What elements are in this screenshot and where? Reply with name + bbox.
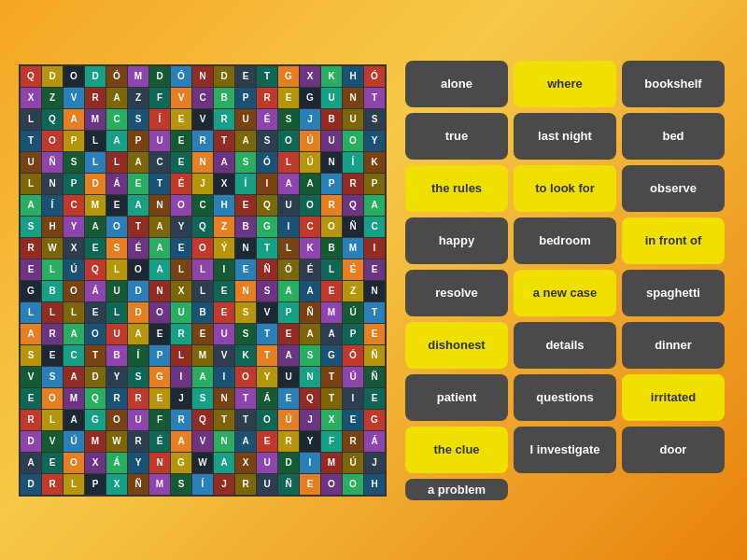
ws-cell: Ñ	[343, 217, 363, 237]
ws-cell: L	[278, 152, 299, 173]
ws-cell: A	[21, 195, 41, 216]
ws-cell: A	[63, 324, 84, 344]
ws-cell: T	[149, 174, 170, 194]
ws-cell: I	[300, 453, 320, 473]
ws-cell: G	[21, 281, 41, 301]
ws-cell: Ó	[343, 345, 363, 366]
ws-cell: G	[300, 88, 320, 108]
ws-cell: X	[85, 453, 106, 473]
ws-cell: G	[257, 217, 277, 237]
ws-cell: S	[171, 474, 191, 495]
wordsearch-grid: QDODÓMDÓNDETGXKHÓXZVRAZFVCBPREGUNTLQAMCS…	[19, 64, 387, 497]
word-btn-where[interactable]: where	[514, 61, 616, 107]
ws-cell: G	[321, 345, 342, 366]
ws-cell: E	[85, 238, 106, 259]
ws-cell: G	[364, 410, 385, 430]
word-btn-alone[interactable]: alone	[405, 61, 508, 107]
word-btn-true[interactable]: true	[405, 113, 508, 160]
ws-cell: O	[85, 324, 106, 344]
ws-cell: A	[149, 217, 170, 237]
ws-cell: U	[321, 131, 342, 151]
ws-cell: N	[42, 174, 63, 194]
ws-cell: E	[171, 238, 191, 259]
ws-cell: E	[171, 152, 191, 173]
ws-cell: T	[214, 410, 234, 430]
ws-cell: Ú	[343, 453, 363, 473]
ws-cell: S	[235, 302, 256, 323]
ws-cell: L	[85, 131, 106, 151]
ws-cell: S	[300, 345, 320, 366]
ws-cell: L	[192, 281, 213, 301]
ws-cell: D	[214, 66, 234, 87]
word-btn-a-new-case[interactable]: a new case	[514, 270, 616, 316]
ws-cell: A	[300, 281, 320, 301]
word-btn-irritated[interactable]: irritated	[622, 374, 725, 421]
ws-cell: X	[214, 174, 234, 194]
ws-cell: Q	[85, 259, 106, 280]
ws-cell: O	[106, 410, 127, 430]
ws-cell: T	[364, 302, 385, 323]
ws-cell: X	[321, 410, 342, 430]
word-btn-bedroom[interactable]: bedroom	[514, 217, 616, 264]
ws-cell: U	[257, 474, 277, 495]
ws-cell: E	[42, 453, 63, 473]
word-btn-last-night[interactable]: last night	[514, 113, 616, 160]
ws-cell: O	[149, 302, 170, 323]
ws-cell: O	[343, 131, 363, 151]
ws-cell: Q	[85, 388, 106, 409]
word-btn-spaghetti[interactable]: spaghetti	[622, 270, 725, 316]
word-btn-resolve[interactable]: resolve	[405, 270, 508, 316]
ws-cell: D	[42, 66, 63, 87]
ws-cell: Y	[300, 431, 320, 452]
word-btn-details[interactable]: details	[514, 322, 616, 369]
ws-cell: C	[106, 109, 127, 130]
ws-cell: Ñ	[128, 474, 148, 495]
ws-cell: E	[235, 195, 256, 216]
ws-cell: Ó	[364, 66, 385, 87]
ws-cell: Y	[364, 131, 385, 151]
ws-cell: V	[171, 88, 191, 108]
ws-cell: Á	[85, 281, 106, 301]
word-btn-a-problem[interactable]: a problem	[405, 479, 508, 500]
word-btn-observe[interactable]: observe	[622, 165, 725, 212]
word-btn-to-look-for[interactable]: to look for	[514, 165, 616, 212]
ws-cell: P	[149, 345, 170, 366]
ws-cell: Ó	[257, 152, 277, 173]
ws-cell: K	[300, 238, 320, 259]
ws-cell: P	[63, 131, 84, 151]
ws-cell: B	[321, 238, 342, 259]
ws-cell: R	[321, 195, 342, 216]
word-btn-questions[interactable]: questions	[514, 374, 616, 421]
ws-cell: R	[85, 88, 106, 108]
ws-cell: T	[214, 131, 234, 151]
ws-cell: M	[128, 66, 148, 87]
word-btn-dinner[interactable]: dinner	[622, 322, 725, 369]
ws-cell: M	[321, 453, 342, 473]
word-btn-happy[interactable]: happy	[405, 217, 508, 264]
ws-cell: É	[300, 259, 320, 280]
ws-cell: O	[63, 281, 84, 301]
word-btn-the-rules[interactable]: the rules	[405, 165, 508, 212]
ws-cell: R	[42, 324, 63, 344]
word-btn-patient[interactable]: patient	[405, 374, 508, 421]
ws-cell: B	[235, 217, 256, 237]
word-btn-bed[interactable]: bed	[622, 113, 725, 160]
ws-cell: N	[214, 431, 234, 452]
word-btn-door[interactable]: door	[622, 427, 725, 473]
ws-cell: N	[321, 152, 342, 173]
ws-cell: X	[300, 66, 320, 87]
ws-cell: M	[321, 302, 342, 323]
word-btn-bookshelf[interactable]: bookshelf	[622, 61, 725, 107]
ws-cell: L	[85, 152, 106, 173]
ws-cell: S	[235, 152, 256, 173]
word-btn-dishonest[interactable]: dishonest	[405, 322, 508, 369]
ws-cell: V	[63, 88, 84, 108]
word-btn-in-front-of[interactable]: in front of	[622, 217, 725, 264]
ws-cell: Ñ	[300, 302, 320, 323]
word-btn-i-invest[interactable]: I investigate	[514, 427, 616, 473]
ws-cell: D	[85, 367, 106, 387]
ws-cell: A	[278, 345, 299, 366]
word-btn-the-clue[interactable]: the clue	[405, 427, 508, 473]
ws-cell: E	[171, 131, 191, 151]
ws-cell: C	[63, 345, 84, 366]
